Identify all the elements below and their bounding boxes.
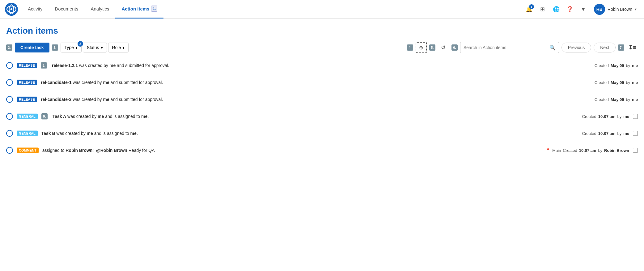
user-name: Robin Brown	[608, 7, 632, 12]
next-button[interactable]: Next	[594, 43, 616, 52]
item-text: rel-candidate-1 was created by me and su…	[41, 80, 591, 85]
location-label: Main	[552, 148, 561, 153]
sort-button[interactable]: ↧≡	[627, 42, 638, 53]
item-text: Task B was created by me and is assigned…	[41, 131, 578, 136]
grid-icon: ⊞	[540, 6, 545, 13]
app-logo	[5, 3, 18, 16]
role-filter-button[interactable]: Role ▾	[108, 43, 129, 52]
role-filter-label: Role	[112, 45, 121, 50]
item-status-circle[interactable]	[6, 62, 13, 69]
list-item: COMMENT assigned to Robin Brown: @Robin …	[6, 142, 638, 159]
step-2-badge: 2.	[6, 44, 12, 51]
svg-point-3	[11, 8, 12, 10]
item-checkbox[interactable]	[633, 114, 638, 119]
type-filter-label: Type	[65, 45, 74, 50]
chevron-down-icon: ▾	[122, 45, 125, 50]
tab-documents[interactable]: Documents	[49, 0, 85, 19]
type-filter-badge: 3	[78, 41, 83, 47]
notifications-badge: 3	[529, 4, 534, 9]
chevron-down-icon: ▾	[101, 45, 103, 50]
item-text: assigned to Robin Brown: @Robin Brown Re…	[42, 148, 542, 153]
item-status-circle[interactable]	[6, 113, 13, 120]
nav-tabs: Activity Documents Analytics Action item…	[22, 0, 523, 19]
main-content: Action items 2. Create task 3. Type ▾ 3 …	[0, 19, 644, 159]
location-icon: 📍	[546, 148, 550, 152]
user-menu-button[interactable]: RB Robin Brown ▾	[591, 2, 639, 16]
list-item: GENERAL 9. Task A was created by me and …	[6, 108, 638, 125]
item-checkbox[interactable]	[633, 148, 638, 153]
help-button[interactable]: ❓	[564, 4, 575, 15]
navbar: Activity Documents Analytics Action item…	[0, 0, 644, 19]
tab-action-items[interactable]: Action items 1.	[115, 0, 163, 19]
item-tag: RELEASE	[17, 80, 37, 85]
item-meta: Created 10:07 am by me	[582, 114, 629, 119]
status-filter-button[interactable]: Status ▾	[83, 43, 107, 52]
list-item: GENERAL Task B was created by me and is …	[6, 125, 638, 142]
list-item: RELEASE rel-candidate-1 was created by m…	[6, 74, 638, 91]
item-tag: COMMENT	[17, 148, 39, 153]
sort-group: 7. ↧≡	[618, 42, 638, 53]
item-status-circle[interactable]	[6, 79, 13, 86]
grid-button[interactable]: ⊞	[537, 4, 548, 15]
list-item: RELEASE 8. release-1.2.1 was created by …	[6, 57, 638, 74]
item-checkbox[interactable]	[633, 131, 638, 136]
create-task-button[interactable]: Create task	[15, 43, 49, 52]
page-title: Action items	[6, 26, 638, 36]
item-tag: GENERAL	[17, 114, 38, 119]
step-3-badge: 3.	[52, 44, 58, 51]
list-item: RELEASE rel-candidate-2 was created by m…	[6, 91, 638, 108]
step-4-badge: 4.	[407, 44, 413, 51]
item-status-circle[interactable]	[6, 96, 13, 103]
undo-button[interactable]: ↺	[438, 42, 449, 53]
item-tag: RELEASE	[17, 63, 37, 68]
sort-icon: ↧≡	[628, 44, 636, 51]
step-7-badge: 7.	[618, 44, 624, 51]
step-8-badge: 8.	[41, 62, 47, 69]
item-status-circle[interactable]	[6, 130, 13, 137]
crop-button[interactable]: ⊕	[416, 42, 427, 53]
item-text: release-1.2.1 was created by me and subm…	[52, 63, 591, 68]
globe-button[interactable]: 🌐	[551, 4, 562, 15]
search-group: 6. 🔍	[451, 42, 559, 53]
item-text: Task A was created by me and is assigned…	[53, 114, 578, 119]
chevron-down-icon: ▾	[75, 45, 78, 50]
filters-group: 3. Type ▾ 3 Status ▾ Role ▾	[52, 43, 129, 52]
undo-group: 5. ↺	[429, 42, 449, 53]
item-meta: Created May 09 by me	[595, 97, 638, 102]
navbar-right: 🔔 3 ⊞ 🌐 ❓ ▾ RB Robin Brown ▾	[523, 2, 639, 16]
chevron-down-icon: ▾	[582, 6, 585, 13]
step-9-badge: 9.	[41, 113, 48, 119]
item-tag: RELEASE	[17, 97, 37, 102]
create-task-group: 2. Create task	[6, 43, 49, 52]
item-meta: Created May 09 by me	[595, 63, 638, 68]
tab-action-items-badge: 1.	[151, 6, 157, 12]
search-input[interactable]	[464, 45, 549, 50]
notifications-button[interactable]: 🔔 3	[523, 4, 535, 15]
search-icon: 🔍	[549, 45, 556, 51]
item-tag: GENERAL	[17, 131, 38, 136]
item-meta: 📍 Main Created 10:07 am by Robin Brown	[546, 148, 629, 153]
undo-icon: ↺	[441, 44, 446, 51]
item-meta: Created 10:07 am by me	[582, 131, 629, 136]
help-dropdown-button[interactable]: ▾	[578, 4, 589, 15]
toolbar: 2. Create task 3. Type ▾ 3 Status ▾ Role…	[6, 42, 638, 57]
search-box: 🔍	[460, 42, 559, 53]
step-5-badge: 5.	[429, 44, 435, 51]
globe-icon: 🌐	[553, 6, 560, 13]
item-text: rel-candidate-2 was created by me and su…	[41, 97, 591, 102]
status-filter-label: Status	[87, 45, 99, 50]
question-icon: ❓	[566, 6, 573, 13]
crosshair-icon: ⊕	[419, 45, 423, 51]
crop-group: 4. ⊕	[407, 42, 427, 53]
step-6-badge: 6.	[451, 44, 458, 51]
tab-analytics[interactable]: Analytics	[84, 0, 115, 19]
previous-button[interactable]: Previous	[561, 43, 591, 52]
avatar: RB	[594, 4, 605, 15]
tab-activity[interactable]: Activity	[22, 0, 49, 19]
items-list: RELEASE 8. release-1.2.1 was created by …	[6, 57, 638, 159]
item-meta: Created May 09 by me	[595, 80, 638, 85]
type-filter-button[interactable]: Type ▾ 3	[61, 43, 82, 52]
item-status-circle[interactable]	[6, 147, 13, 154]
user-menu-chevron-icon: ▾	[635, 7, 637, 11]
